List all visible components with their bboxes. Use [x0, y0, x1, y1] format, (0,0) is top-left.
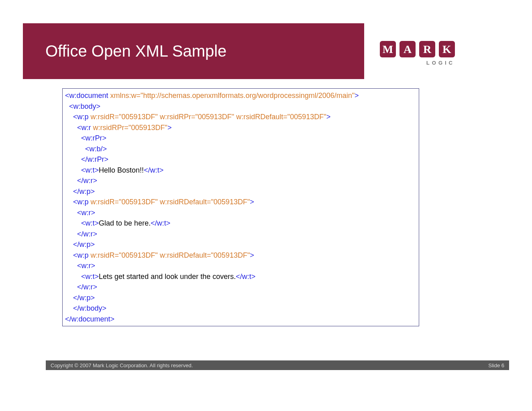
xml-tag: <w:p [73, 251, 89, 259]
copyright-text: Copyright © 2007 Mark Logic Corporation.… [51, 362, 193, 368]
xml-tag: > [167, 124, 172, 132]
logo: M A R K LOGIC [380, 41, 455, 66]
xml-attr: w:rsidR="005913DF" w:rsidRDefault="00591… [89, 198, 250, 206]
slide-number: Slide 6 [488, 362, 504, 368]
xml-tag: <w:t> [81, 273, 99, 281]
xml-text: Glad to be here. [99, 219, 151, 227]
xml-tag: <w:r [77, 124, 91, 132]
xml-text: Lets get started and look under the cove… [99, 273, 236, 281]
xml-tag: > [326, 113, 331, 121]
slide-title: Office Open XML Sample [45, 42, 226, 60]
logo-boxes: M A R K [380, 41, 455, 57]
xml-tag: <w:document [65, 92, 108, 100]
xml-tag: <w:t> [81, 219, 99, 227]
xml-tag: <w:t> [81, 166, 99, 174]
xml-tag: </w:p> [73, 187, 95, 195]
xml-tag: <w:r> [77, 262, 95, 270]
xml-tag: </w:r> [77, 283, 97, 291]
logo-letter-a: A [400, 41, 416, 57]
xml-tag: </w:t> [151, 219, 170, 227]
xml-attr: w:rsidRPr="005913DF" [91, 124, 167, 132]
xml-tag: </w:r> [77, 230, 97, 238]
xml-attr: xmlns:w="http://schemas.openxmlformats.o… [108, 92, 355, 100]
xml-tag: </w:p> [73, 294, 95, 302]
xml-attr: w:rsidR="005913DF" w:rsidRPr="005913DF" … [89, 113, 326, 121]
xml-tag: > [250, 251, 254, 259]
logo-letter-r: R [419, 41, 435, 57]
xml-tag: > [250, 198, 254, 206]
xml-tag: </w:t> [144, 166, 163, 174]
xml-tag: </w:document> [65, 315, 114, 323]
xml-tag: </w:p> [73, 240, 95, 248]
xml-tag: </w:r> [77, 177, 97, 185]
xml-attr: w:rsidR="005913DF" w:rsidRDefault="00591… [89, 251, 250, 259]
footer-bar: Copyright © 2007 Mark Logic Corporation.… [46, 360, 509, 370]
xml-tag: <w:p [73, 113, 89, 121]
logo-letter-k: K [439, 41, 455, 57]
xml-tag: </w:rPr> [81, 155, 108, 163]
xml-tag: <w:b/> [85, 145, 107, 153]
xml-tag: </w:t> [236, 273, 255, 281]
xml-tag: <w:p [73, 198, 89, 206]
xml-tag: <w:r> [77, 209, 95, 217]
xml-text: Hello Boston!! [99, 166, 144, 174]
logo-subtitle: LOGIC [380, 60, 455, 66]
xml-code-box: <w:document xmlns:w="http://schemas.open… [62, 88, 419, 326]
xml-tag: > [355, 92, 359, 100]
title-bar: Office Open XML Sample [23, 23, 364, 79]
logo-letter-m: M [380, 41, 396, 57]
xml-tag: <w:body> [69, 102, 100, 110]
xml-tag: <w:rPr> [81, 134, 106, 142]
xml-tag: </w:body> [73, 304, 106, 312]
